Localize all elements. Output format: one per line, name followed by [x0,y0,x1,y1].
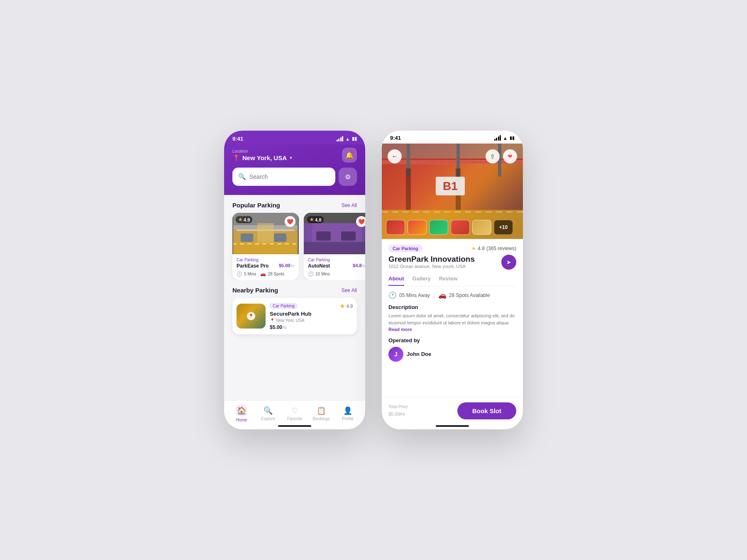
operator-avatar: J [388,347,403,362]
nearby-card-1-location: 📍 New York, USA [270,318,353,323]
nav-profile[interactable]: 👤 Profile [334,406,361,424]
popular-card-2[interactable]: ★ 4.8 ❤️ Car Parking AutoNest $4.8/hr [304,213,365,280]
svg-text:B1: B1 [443,180,458,192]
filter-icon: ⚙ [345,173,351,181]
nearby-card-1-tag: Car Parking [270,303,298,309]
detail-type-tag: Car Parking [388,245,422,252]
filter-button[interactable]: ⚙ [339,168,357,186]
battery-icon: ▮▮ [352,136,357,141]
car-icon: 🚗 [260,271,266,277]
nearby-card-1-info: Car Parking ★ 4.9 SecurePark Hub 📍 New Y… [270,302,353,330]
clock-icon: 🕐 [237,271,242,277]
card-1-price: $5.00/hr [279,263,295,268]
popular-cards-list: ★ 4.9 ❤️ Car Parking ParkEase Pro $5.00/… [224,213,365,280]
explore-icon: 🔍 [264,406,273,415]
back-button[interactable]: ← [388,149,402,163]
stats-row: 🕐 05 Mins Away 🚗 28 Spots Available [388,291,516,299]
more-photos-button[interactable]: +10 [494,220,513,235]
hero-image: B1 ← ⇧ ❤ +10 [382,144,523,239]
popular-see-all[interactable]: See All [342,202,357,208]
nav-explore-label: Explore [261,416,275,421]
thumb-4[interactable] [451,220,470,235]
stat-time: 🕐 05 Mins Away [388,291,430,299]
wifi-icon: ▲ [345,136,350,141]
card-1-favorite-button[interactable]: ❤️ [285,216,295,227]
more-photos-count: +10 [499,224,508,230]
search-input[interactable] [249,173,330,180]
search-icon: 🔍 [238,173,246,180]
read-more-button[interactable]: Read more [388,327,412,332]
thumb-2[interactable] [408,220,427,235]
total-price-value: $5.00/hr [388,410,408,417]
nav-favorite-label: Favorite [287,416,302,421]
hero-action-buttons: ⇧ ❤ [486,149,517,163]
nearby-card-1-image: 📍 [237,304,266,329]
home-icon: 🏠 [237,406,246,415]
location-label: Location [232,149,293,153]
detail-rating: ★ 4.8 (365 reviews) [471,246,516,251]
home-active-bg: 🏠 [236,405,247,416]
chevron-down-icon: ▼ [289,156,293,160]
card-2-image: ★ 4.8 ❤️ [304,213,365,254]
status-bar-1: 9:41 ▲ ▮▮ [224,131,365,144]
nearby-card-1-name: SecurePark Hub [270,311,353,317]
svg-rect-4 [257,223,274,244]
location-selector[interactable]: 📍 New York, USA ▼ [232,154,293,162]
location-name-text: New York, USA [242,154,287,161]
nearby-rating: ★ 4.9 [339,302,353,310]
hero-favorite-button[interactable]: ❤ [503,149,517,163]
search-box[interactable]: 🔍 [232,168,335,186]
status-icons-2: ▲ ▮▮ [494,135,515,141]
status-time-2: 9:41 [390,135,401,141]
status-bar-2: 9:41 ▲ ▮▮ [382,131,523,144]
map-pin-overlay: 📍 [247,312,255,320]
nav-favorite[interactable]: ♡ Favorite [281,406,308,424]
car-stat-icon: 🚗 [438,291,447,299]
tab-gallery[interactable]: Gallery [413,275,431,286]
wifi-icon-2: ▲ [503,136,508,141]
book-slot-button[interactable]: Book Slot [457,402,516,419]
card-1-spots: 🚗 28 Spots [260,271,284,277]
header-section: Location 📍 New York, USA ▼ 🔔 🔍 [224,144,365,195]
nav-bookings-label: Bookings [312,416,330,421]
nearby-see-all[interactable]: See All [342,287,357,293]
nearby-rating-value: 4.9 [347,304,353,309]
svg-rect-16 [341,231,356,241]
search-row: 🔍 ⚙ [232,168,357,186]
card-1-tag: Car Parking [237,258,295,262]
svg-rect-26 [406,168,411,210]
tab-about[interactable]: About [388,275,404,286]
thumbnail-strip: +10 [386,220,519,235]
card-2-body: Car Parking AutoNest $4.8/hr 🕐 10 Mins [304,254,365,280]
operator-row: J John Doe [388,347,516,362]
location-pin-icon: 📍 [270,318,275,323]
nav-bookings[interactable]: 📋 Bookings [308,406,334,424]
location-pin-icon: 📍 [232,154,240,162]
nav-home[interactable]: 🏠 Home [228,405,255,426]
stat-time-text: 05 Mins Away [399,292,430,298]
navigate-button[interactable]: ➤ [501,255,516,270]
signal-icon-2 [494,135,501,141]
nearby-section-header: Nearby Parking See All [224,280,365,298]
notification-button[interactable]: 🔔 [342,148,357,163]
popular-section-header: Popular Parking See All [224,195,365,213]
nearby-card-1[interactable]: 📍 Car Parking ★ 4.9 SecurePark Hub 📍 New… [232,298,357,334]
popular-card-1[interactable]: ★ 4.9 ❤️ Car Parking ParkEase Pro $5.00/… [232,213,299,280]
thumb-3[interactable] [429,220,448,235]
thumb-1[interactable] [386,220,405,235]
notification-badge [351,150,354,153]
card-2-info-row: 🕐 10 Mins [308,271,365,277]
booking-bar: Total Price $5.00/hr Book Slot [382,397,523,429]
tab-review[interactable]: Review [439,275,458,286]
favorite-icon: ♡ [291,406,298,415]
card-2-favorite-button[interactable]: ❤️ [356,216,365,227]
card-1-rating-badge: ★ 4.9 [236,216,252,223]
thumb-5[interactable] [472,220,491,235]
share-button[interactable]: ⇧ [486,149,500,163]
star-icon: ★ [238,217,242,222]
clock-icon: 🕐 [308,271,314,277]
card-2-price: $4.8/hr [353,263,365,268]
nav-explore[interactable]: 🔍 Explore [255,406,281,424]
clock-stat-icon: 🕐 [388,291,397,299]
card-1-rating: 4.9 [244,217,250,222]
